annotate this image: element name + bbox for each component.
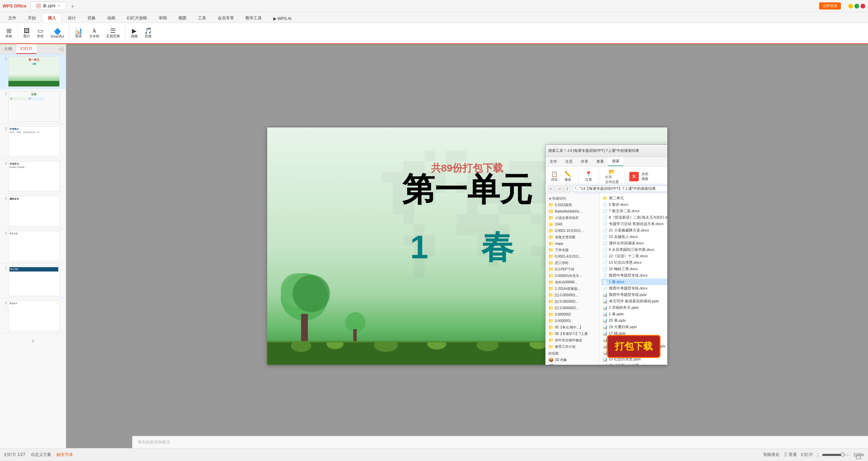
fe-address-path[interactable]: * - *14【每课专题训练PPT】7上通*中的搜索结果 <box>573 185 667 192</box>
panel-tab-slides[interactable]: 幻灯片 <box>16 44 37 54</box>
fe-item-x2[interactable]: 📁0.0000002 <box>546 311 599 318</box>
slide-thumb-7[interactable]: 7 重点讲解 <box>0 264 66 299</box>
zoom-slider[interactable] <box>822 454 849 456</box>
fe-item-subjects[interactable]: 📁各科目99999... <box>546 279 599 285</box>
fe-tab-file[interactable]: 文件 <box>546 157 561 166</box>
fe-item-topic[interactable]: 📁下班专题 <box>546 247 599 253</box>
add-slide-btn[interactable]: ＋ <box>29 336 36 345</box>
tab-slideshow[interactable]: 幻灯片放映 <box>121 14 153 23</box>
fe-file-shanxi-pptx[interactable]: 📊陕西中考题型专练.pptx <box>601 292 667 298</box>
fe-item-2024[interactable]: 📁1-2024x部奥版... <box>546 285 599 292</box>
fe-item-baidu[interactable]: 📁BaiduNetdiskDo... <box>546 208 599 215</box>
fe-item-supp[interactable]: 📁0.000001补充天... <box>546 273 599 279</box>
ai-label[interactable]: 智能美化 <box>763 452 780 458</box>
rb-textbox[interactable]: Ａ 文本框 <box>86 27 102 40</box>
fe-file-12[interactable]: 📄12《论语》十二章.docx <box>601 253 667 259</box>
slide-thumb-4[interactable]: 4 字词学习 繁花 嫩叶 朗润 酝酿... <box>0 159 66 194</box>
tab-design[interactable]: 设计 <box>62 14 81 23</box>
fe-back-btn[interactable]: ← <box>548 185 555 193</box>
fe-btn-location[interactable]: 📍 位置 <box>583 170 595 183</box>
rb-video[interactable]: ▶ 视频 <box>128 27 140 40</box>
tab-file[interactable]: 文件 <box>3 14 22 23</box>
tab-animation[interactable]: 动画 <box>102 14 121 23</box>
fe-item-pep[interactable]: 📁0.0-PEP下班 <box>546 266 599 273</box>
rb-audio[interactable]: 🎵 音频 <box>142 27 155 40</box>
register-btn[interactable]: 立即登录 <box>819 2 841 9</box>
slide-thumb-1[interactable]: 1 第一单元 1 春 <box>0 54 66 89</box>
fe-file-12-pptx[interactable]: 📊12《论语》十二章.pptx <box>601 362 667 365</box>
fe-close-search-btn[interactable]: ✕ <box>629 172 639 181</box>
fe-file-shanxi-docx[interactable]: 📄陕西中考题型专练.docx <box>601 272 667 279</box>
fe-item-plan[interactable]: 📁教育工作计划 <box>546 343 599 350</box>
slide-thumb-2[interactable]: 2 目录 01 02 <box>0 89 66 124</box>
slide-thumb-3[interactable]: 3 作者简介 朱自清，字佩弦，现代著名散文家、诗人... <box>0 124 66 159</box>
download-badge[interactable]: 打包下载 <box>607 335 660 358</box>
win-max-btn[interactable] <box>854 4 859 8</box>
fe-file-20[interactable]: 📊20 基.pptx <box>601 317 667 324</box>
fe-item-x1[interactable]: 📁0.0000001 <box>546 318 599 324</box>
fe-item-0001[interactable]: 📁0.0001-10月20日... <box>546 227 599 234</box>
tab-teaching[interactable]: 教学工具 <box>240 14 267 23</box>
fe-tab-share[interactable]: 共享 <box>577 157 592 166</box>
win-min-btn[interactable] <box>848 4 853 8</box>
fe-item-05[interactable]: 📁05【单元·期中...】 <box>546 324 599 330</box>
fe-file-1-docx[interactable]: 📄1 春.docx <box>601 279 667 285</box>
panel-tab-outline[interactable]: 大纲 <box>0 44 16 54</box>
fe-item-1c[interactable]: 📁[1] 0.0000003... <box>546 305 599 311</box>
fe-item-08[interactable]: 📁08【专项学习】7上通 <box>546 330 599 337</box>
fe-btn-open-location[interactable]: 📂 打开文件位置 <box>603 168 621 185</box>
fe-item-3d[interactable]: 📦3D 对象 <box>546 357 599 363</box>
fe-file-unit-write[interactable]: 📊单元写作 叙述真实的感动.pptx <box>601 298 667 304</box>
view-normal-btn[interactable]: 三 普通 <box>784 452 797 458</box>
fe-up-btn[interactable]: ↑ <box>564 185 571 193</box>
fe-forward-btn[interactable]: → <box>556 185 563 193</box>
rb-smartart[interactable]: 🔷 SmartArt <box>48 27 66 39</box>
fe-item-1a[interactable]: 📁[1] 0.0000001... <box>546 292 599 298</box>
win-close-btn[interactable] <box>861 4 865 8</box>
slide-thumb-8[interactable]: 8 课后练习 ☆ <box>0 299 66 334</box>
fe-item-video[interactable]: 🎬视频 <box>546 363 599 365</box>
tab-ai[interactable]: ▶ WPS AI <box>268 15 297 23</box>
fe-file-15[interactable]: 📄15 梅岭三章.docx <box>601 266 667 272</box>
fe-item-2345[interactable]: ⭐2345 <box>546 221 599 227</box>
fe-btn-modify[interactable]: ✏️ 修改 <box>562 170 574 183</box>
fe-file-13[interactable]: 📄13 纪念白求恩.docx <box>601 259 667 266</box>
fe-item-2022[interactable]: 📁0.2022新型 <box>546 202 599 208</box>
fe-tab-home[interactable]: 主页 <box>561 157 577 166</box>
fe-file-unit2-folder[interactable]: 📁第二单元 <box>601 195 667 201</box>
fe-item-1b[interactable]: 📁[1] 0.0000002... <box>546 298 599 305</box>
fe-file-9[interactable]: 📄9 从百草园到三味书屋.docx <box>601 246 667 253</box>
tab-member[interactable]: 会员专享 <box>212 14 239 23</box>
tab-insert[interactable]: 插入 <box>42 13 62 23</box>
rb-image[interactable]: 🖼 图片 <box>21 27 33 40</box>
fe-file-shanxi-docx2[interactable]: 📄陕西中考题型专练.docx <box>601 285 667 292</box>
fe-file-6[interactable]: 📄6 散步.docx <box>601 201 667 208</box>
fe-item-work[interactable]: 📁想工班时 <box>546 260 599 266</box>
rb-header[interactable]: ☰ 页眉页脚 <box>103 27 122 40</box>
fe-file-1-pptx[interactable]: 📊1 春.pptx <box>601 311 667 317</box>
fe-file-zhuanti[interactable]: 📄专题学习活动 有朋自远方来.docx <box>601 221 667 227</box>
slide-thumb-6[interactable]: 6 课文分析 <box>0 229 66 264</box>
fe-item-yuwen[interactable]: 📁初中语文稿件修改 <box>546 337 599 343</box>
fe-file-7[interactable]: 📄7 散文诗二首.docx <box>601 208 667 214</box>
tab-home[interactable]: 开始 <box>22 14 41 23</box>
note-area[interactable]: 单击此处添加备注 <box>132 436 868 448</box>
fe-tab-search[interactable]: 搜索 <box>608 157 624 166</box>
view-preview-btn[interactable]: 幻灯片 <box>801 452 813 458</box>
rb-table[interactable]: ⊞ 表格 <box>3 27 15 40</box>
tab-transition[interactable]: 切换 <box>82 14 101 23</box>
fe-file-2[interactable]: 📊2 济南的冬天.pptx <box>601 304 667 311</box>
fe-btn-optimize[interactable]: 📋 优化 <box>548 170 560 183</box>
tab-tools[interactable]: 工具 <box>193 14 212 23</box>
add-tab-icon[interactable]: ＋ <box>67 2 78 10</box>
close-tab-icon[interactable]: ✕ <box>58 4 60 8</box>
fe-file-21[interactable]: 📄21 小圣施威降大圣.docx <box>601 227 667 234</box>
fe-file-gushi[interactable]: 📄课外古诗词诵读.docx <box>601 240 667 246</box>
fe-file-19[interactable]: 📊19 大雁归来.pptx <box>601 324 667 330</box>
fe-file-8[interactable]: 📄8《世说新语》二则 陈太元与刘行.docx <box>601 214 667 221</box>
zoom-handle[interactable] <box>841 453 845 457</box>
tab-view[interactable]: 视图 <box>173 14 192 23</box>
fe-item-chart[interactable]: 📁发散文章切图 <box>546 234 599 240</box>
rb-chart[interactable]: 📊 图表 <box>72 27 85 40</box>
fe-item-0001-2[interactable]: 📁0.0001-4月23日... <box>546 253 599 260</box>
